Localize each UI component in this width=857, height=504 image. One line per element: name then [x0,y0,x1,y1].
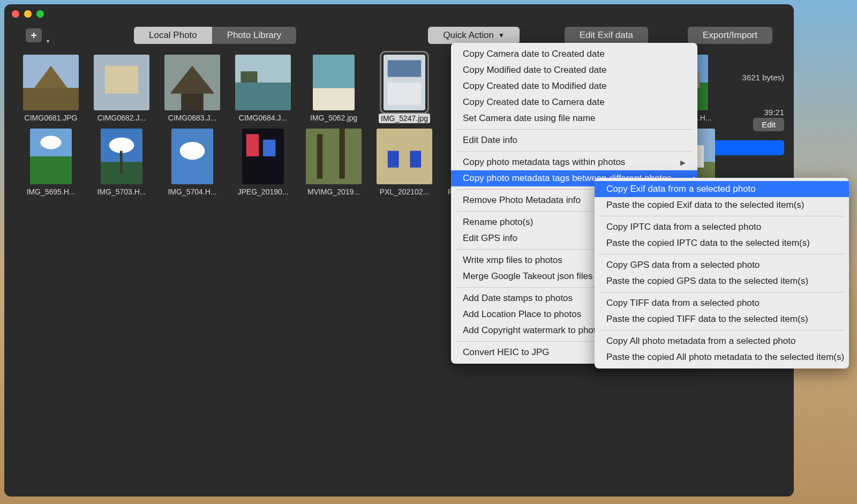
menu-item-label: Copy Created date to Camera date [463,97,605,108]
metadata-submenu: Copy Exif data from a selected photoPast… [595,178,849,368]
svg-rect-9 [235,82,291,110]
submenu-item[interactable]: Paste the copied TIFF data to the select… [595,311,849,327]
close-icon[interactable] [12,10,19,18]
thumbnail-label: IMG_5247.jpg [379,114,430,123]
svg-rect-1 [23,88,79,110]
add-button[interactable]: + [26,28,42,42]
submenu-item[interactable]: Paste the copied IPTC data to the select… [595,235,849,251]
thumbnail-item[interactable]: CIMG0682.J... [87,55,156,123]
menu-item-label: Add Copyright watermark to photos [463,325,605,336]
thumbnail-label: CIMG0681.JPG [25,114,78,122]
submenu-item[interactable]: Paste the copied GPS data to the selecte… [595,273,849,289]
svg-rect-45 [339,129,344,179]
svg-rect-7 [181,94,204,110]
titlebar [4,4,794,24]
thumbnail-image [313,55,355,110]
thumbnail-label: CIMG0684.J... [239,114,287,122]
submenu-item[interactable]: Copy IPTC data from a selected photo [595,219,849,235]
svg-rect-33 [30,156,72,184]
thumbnail-image [242,129,284,184]
thumbnail-item[interactable]: IMG_5062.jpg [299,55,369,123]
svg-rect-15 [388,82,421,105]
thumbnail-item[interactable]: PXL_202102... [370,129,439,196]
submenu-item[interactable]: Copy TIFF data from a selected photo [595,295,849,311]
export-import-button[interactable]: Export/Import [688,27,772,44]
svg-rect-4 [105,66,138,94]
minimize-icon[interactable] [24,10,32,18]
menu-separator [600,292,844,292]
svg-rect-14 [388,60,421,77]
menu-item[interactable]: Copy Modified date to Created date [451,62,697,78]
thumbnail-item[interactable]: IMG_5704.H... [157,129,227,196]
thumbnail-image [101,129,142,184]
thumbnail-image [306,129,362,184]
edit-exif-button[interactable]: Edit Exif data [565,27,648,44]
svg-rect-43 [306,129,362,184]
menu-separator [456,129,692,130]
thumbnail-image [164,55,220,110]
svg-rect-10 [240,71,257,82]
tab-photo-library[interactable]: Photo Library [212,27,296,44]
thumbnail-item[interactable]: IMG_5695.H... [16,129,86,196]
chevron-right-icon: ▶ [659,159,686,167]
submenu-item[interactable]: Copy Exif data from a selected photo [595,181,849,197]
thumbnail-item[interactable]: CIMG0683.J... [157,55,227,123]
thumbnail-label: IMG_5704.H... [168,187,216,196]
thumbnail-item[interactable]: CIMG0681.JPG [16,55,86,123]
thumbnail-image [171,129,213,184]
svg-rect-12 [313,88,355,110]
menu-separator [600,216,844,216]
menu-item-label: Copy photo metadata tags within photos [463,157,625,168]
svg-rect-44 [317,134,322,178]
menu-item-label: Remove Photo Metadata info [463,195,581,206]
menu-item-label: Copy Modified date to Created date [463,65,606,76]
menu-item-label: Edit Date info [463,135,517,146]
menu-item-label: Copy Created date to Modified date [463,81,606,92]
menu-item[interactable]: Edit Date info [451,132,697,148]
submenu-item[interactable]: Copy All photo metadata from a selected … [595,333,849,349]
thumbnail-label: IMG_5703.H... [97,187,146,196]
menu-item[interactable]: Copy Camera date to Created date [451,46,697,62]
thumbnail-image [235,55,291,110]
thumbnail-item[interactable]: CIMG0684.J... [228,55,298,123]
menu-separator [600,254,844,254]
submenu-item[interactable]: Paste the copied All photo metadata to t… [595,349,849,365]
thumbnail-label: CIMG0683.J... [168,114,216,122]
menu-item[interactable]: Copy photo metadata tags within photos▶ [451,154,697,170]
chevron-down-icon: ▼ [498,32,505,39]
thumbnail-label: IMG_5695.H... [26,187,75,196]
menu-item-label: Edit GPS info [463,233,517,244]
thumbnail-item[interactable]: JPEG_20190... [228,129,298,196]
menu-item-label: Convert HEIC to JPG [463,347,550,358]
menu-separator [600,330,844,330]
menu-item[interactable]: Set Camera date using file name [451,110,697,126]
svg-point-32 [41,136,62,149]
submenu-item[interactable]: Copy GPS data from a selected photo [595,257,849,273]
thumbnail-item[interactable]: MVIMG_2019... [299,129,369,196]
menu-item-label: Rename photo(s) [463,217,533,228]
thumbnail-image [30,129,72,184]
menu-item-label: Add Location Place to photos [463,309,581,320]
quick-action-button[interactable]: Quick Action ▼ [428,27,519,44]
tab-local-photo[interactable]: Local Photo [134,27,212,44]
menu-item-label: Add Date stamps to photos [463,293,573,304]
menu-item-label: Copy Camera date to Created date [463,49,605,59]
svg-rect-47 [388,151,399,168]
svg-rect-11 [313,55,355,88]
svg-rect-46 [377,129,432,184]
menu-item-label: Write xmp files to photos [463,255,562,266]
thumbnail-image [94,55,149,110]
thumbnail-label: MVIMG_2019... [307,187,360,196]
svg-point-35 [109,138,134,153]
thumbnail-item[interactable]: IMG_5703.H... [87,129,156,196]
svg-rect-42 [263,140,275,156]
thumbnail-label: JPEG_20190... [238,187,289,196]
svg-rect-48 [410,151,421,168]
menu-item[interactable]: Copy Created date to Camera date [451,94,697,110]
menu-item[interactable]: Copy Created date to Modified date [451,78,697,94]
thumbnail-image [23,55,79,110]
submenu-item[interactable]: Paste the copied Exif data to the select… [595,197,849,213]
menu-item-label: Set Camera date using file name [463,113,596,124]
maximize-icon[interactable] [36,10,44,18]
thumbnail-item[interactable]: IMG_5247.jpg [370,55,439,123]
